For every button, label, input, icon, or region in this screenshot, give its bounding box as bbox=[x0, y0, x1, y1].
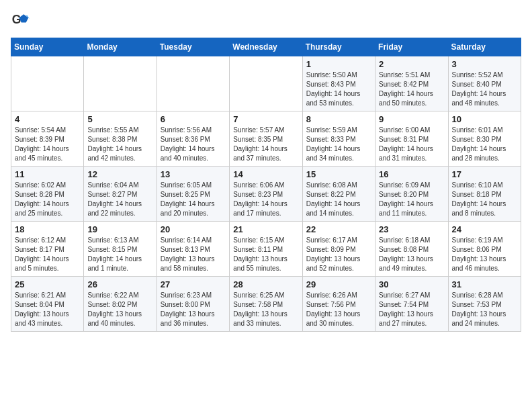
calendar-cell: 18Sunrise: 6:12 AM Sunset: 8:17 PM Dayli… bbox=[11, 222, 84, 277]
calendar-header-row: SundayMondayTuesdayWednesdayThursdayFrid… bbox=[11, 38, 521, 56]
day-number: 11 bbox=[15, 169, 80, 179]
day-info: Sunrise: 6:08 AM Sunset: 8:22 PM Dayligh… bbox=[306, 181, 371, 218]
day-info: Sunrise: 6:26 AM Sunset: 7:56 PM Dayligh… bbox=[306, 291, 371, 328]
header-saturday: Saturday bbox=[448, 38, 521, 56]
day-info: Sunrise: 6:01 AM Sunset: 8:30 PM Dayligh… bbox=[452, 126, 517, 163]
day-number: 9 bbox=[379, 114, 444, 124]
day-info: Sunrise: 5:50 AM Sunset: 8:43 PM Dayligh… bbox=[306, 71, 371, 108]
day-number: 14 bbox=[233, 169, 298, 179]
day-number: 23 bbox=[379, 224, 444, 234]
calendar-cell: 8Sunrise: 5:59 AM Sunset: 8:33 PM Daylig… bbox=[302, 111, 375, 167]
day-number: 28 bbox=[233, 279, 298, 289]
day-info: Sunrise: 5:52 AM Sunset: 8:40 PM Dayligh… bbox=[452, 71, 517, 108]
day-info: Sunrise: 6:06 AM Sunset: 8:23 PM Dayligh… bbox=[233, 181, 298, 218]
day-number: 15 bbox=[306, 169, 371, 179]
calendar-cell: 7Sunrise: 5:57 AM Sunset: 8:35 PM Daylig… bbox=[230, 111, 302, 167]
day-info: Sunrise: 6:15 AM Sunset: 8:11 PM Dayligh… bbox=[233, 236, 298, 273]
header-sunday: Sunday bbox=[11, 38, 84, 56]
calendar-cell: 9Sunrise: 6:00 AM Sunset: 8:31 PM Daylig… bbox=[375, 111, 448, 167]
calendar-cell bbox=[11, 56, 84, 111]
day-number: 25 bbox=[15, 279, 80, 289]
day-number: 27 bbox=[161, 279, 226, 289]
header-wednesday: Wednesday bbox=[230, 38, 302, 56]
calendar-cell: 19Sunrise: 6:13 AM Sunset: 8:15 PM Dayli… bbox=[84, 222, 157, 277]
day-info: Sunrise: 6:02 AM Sunset: 8:28 PM Dayligh… bbox=[15, 181, 80, 218]
day-info: Sunrise: 6:10 AM Sunset: 8:18 PM Dayligh… bbox=[452, 181, 517, 218]
day-number: 4 bbox=[15, 114, 80, 124]
calendar-cell: 4Sunrise: 5:54 AM Sunset: 8:39 PM Daylig… bbox=[11, 111, 84, 167]
calendar-cell: 24Sunrise: 6:19 AM Sunset: 8:06 PM Dayli… bbox=[448, 222, 521, 277]
calendar-week-3: 11Sunrise: 6:02 AM Sunset: 8:28 PM Dayli… bbox=[11, 167, 521, 222]
day-info: Sunrise: 5:51 AM Sunset: 8:42 PM Dayligh… bbox=[379, 71, 444, 108]
calendar-cell bbox=[157, 56, 229, 111]
day-number: 6 bbox=[161, 114, 226, 124]
day-info: Sunrise: 6:04 AM Sunset: 8:27 PM Dayligh… bbox=[87, 181, 152, 218]
calendar-week-2: 4Sunrise: 5:54 AM Sunset: 8:39 PM Daylig… bbox=[11, 111, 521, 167]
header-friday: Friday bbox=[375, 38, 448, 56]
day-info: Sunrise: 6:05 AM Sunset: 8:25 PM Dayligh… bbox=[161, 181, 226, 218]
calendar-cell: 16Sunrise: 6:09 AM Sunset: 8:20 PM Dayli… bbox=[375, 167, 448, 222]
day-info: Sunrise: 5:54 AM Sunset: 8:39 PM Dayligh… bbox=[15, 126, 80, 163]
day-info: Sunrise: 5:59 AM Sunset: 8:33 PM Dayligh… bbox=[306, 126, 371, 163]
calendar-cell: 20Sunrise: 6:14 AM Sunset: 8:13 PM Dayli… bbox=[157, 222, 229, 277]
day-number: 29 bbox=[306, 279, 371, 289]
day-info: Sunrise: 6:21 AM Sunset: 8:04 PM Dayligh… bbox=[15, 291, 80, 328]
svg-text:G: G bbox=[12, 13, 21, 26]
day-number: 10 bbox=[452, 114, 517, 124]
day-number: 31 bbox=[452, 279, 517, 289]
calendar-cell: 5Sunrise: 5:55 AM Sunset: 8:38 PM Daylig… bbox=[84, 111, 157, 167]
calendar-week-4: 18Sunrise: 6:12 AM Sunset: 8:17 PM Dayli… bbox=[11, 222, 521, 277]
day-info: Sunrise: 5:57 AM Sunset: 8:35 PM Dayligh… bbox=[233, 126, 298, 163]
calendar-week-1: 1Sunrise: 5:50 AM Sunset: 8:43 PM Daylig… bbox=[11, 56, 521, 111]
day-info: Sunrise: 6:13 AM Sunset: 8:15 PM Dayligh… bbox=[87, 236, 152, 273]
calendar-cell bbox=[84, 56, 157, 111]
calendar-cell: 27Sunrise: 6:23 AM Sunset: 8:00 PM Dayli… bbox=[157, 277, 229, 332]
calendar-cell: 13Sunrise: 6:05 AM Sunset: 8:25 PM Dayli… bbox=[157, 167, 229, 222]
day-info: Sunrise: 6:17 AM Sunset: 8:09 PM Dayligh… bbox=[306, 236, 371, 273]
calendar-cell: 28Sunrise: 6:25 AM Sunset: 7:58 PM Dayli… bbox=[230, 277, 302, 332]
calendar-cell: 25Sunrise: 6:21 AM Sunset: 8:04 PM Dayli… bbox=[11, 277, 84, 332]
calendar-week-5: 25Sunrise: 6:21 AM Sunset: 8:04 PM Dayli… bbox=[11, 277, 521, 332]
day-info: Sunrise: 6:27 AM Sunset: 7:54 PM Dayligh… bbox=[379, 291, 444, 328]
day-info: Sunrise: 6:09 AM Sunset: 8:20 PM Dayligh… bbox=[379, 181, 444, 218]
day-number: 20 bbox=[161, 224, 226, 234]
day-info: Sunrise: 5:56 AM Sunset: 8:36 PM Dayligh… bbox=[161, 126, 226, 163]
header-monday: Monday bbox=[84, 38, 157, 56]
calendar-cell: 12Sunrise: 6:04 AM Sunset: 8:27 PM Dayli… bbox=[84, 167, 157, 222]
day-info: Sunrise: 6:28 AM Sunset: 7:53 PM Dayligh… bbox=[452, 291, 517, 328]
page-header: G bbox=[11, 11, 521, 30]
day-number: 24 bbox=[452, 224, 517, 234]
day-number: 5 bbox=[87, 114, 152, 124]
calendar-cell: 11Sunrise: 6:02 AM Sunset: 8:28 PM Dayli… bbox=[11, 167, 84, 222]
day-info: Sunrise: 6:25 AM Sunset: 7:58 PM Dayligh… bbox=[233, 291, 298, 328]
day-number: 3 bbox=[452, 59, 517, 69]
calendar-cell: 22Sunrise: 6:17 AM Sunset: 8:09 PM Dayli… bbox=[302, 222, 375, 277]
day-number: 18 bbox=[15, 224, 80, 234]
day-info: Sunrise: 6:19 AM Sunset: 8:06 PM Dayligh… bbox=[452, 236, 517, 273]
calendar-table: SundayMondayTuesdayWednesdayThursdayFrid… bbox=[11, 38, 521, 332]
header-thursday: Thursday bbox=[302, 38, 375, 56]
day-number: 26 bbox=[87, 279, 152, 289]
day-number: 16 bbox=[379, 169, 444, 179]
day-number: 7 bbox=[233, 114, 298, 124]
calendar-cell: 29Sunrise: 6:26 AM Sunset: 7:56 PM Dayli… bbox=[302, 277, 375, 332]
day-number: 21 bbox=[233, 224, 298, 234]
day-info: Sunrise: 6:18 AM Sunset: 8:08 PM Dayligh… bbox=[379, 236, 444, 273]
day-number: 19 bbox=[87, 224, 152, 234]
calendar-cell: 14Sunrise: 6:06 AM Sunset: 8:23 PM Dayli… bbox=[230, 167, 302, 222]
calendar-cell: 10Sunrise: 6:01 AM Sunset: 8:30 PM Dayli… bbox=[448, 111, 521, 167]
calendar-cell: 17Sunrise: 6:10 AM Sunset: 8:18 PM Dayli… bbox=[448, 167, 521, 222]
day-info: Sunrise: 6:14 AM Sunset: 8:13 PM Dayligh… bbox=[161, 236, 226, 273]
day-info: Sunrise: 6:12 AM Sunset: 8:17 PM Dayligh… bbox=[15, 236, 80, 273]
calendar-cell: 31Sunrise: 6:28 AM Sunset: 7:53 PM Dayli… bbox=[448, 277, 521, 332]
day-number: 13 bbox=[161, 169, 226, 179]
calendar-cell: 1Sunrise: 5:50 AM Sunset: 8:43 PM Daylig… bbox=[302, 56, 375, 111]
day-number: 30 bbox=[379, 279, 444, 289]
logo-icon: G bbox=[11, 11, 30, 30]
calendar-cell: 6Sunrise: 5:56 AM Sunset: 8:36 PM Daylig… bbox=[157, 111, 229, 167]
calendar-cell: 15Sunrise: 6:08 AM Sunset: 8:22 PM Dayli… bbox=[302, 167, 375, 222]
header-tuesday: Tuesday bbox=[157, 38, 229, 56]
calendar-cell: 23Sunrise: 6:18 AM Sunset: 8:08 PM Dayli… bbox=[375, 222, 448, 277]
day-info: Sunrise: 6:23 AM Sunset: 8:00 PM Dayligh… bbox=[161, 291, 226, 328]
day-number: 1 bbox=[306, 59, 371, 69]
